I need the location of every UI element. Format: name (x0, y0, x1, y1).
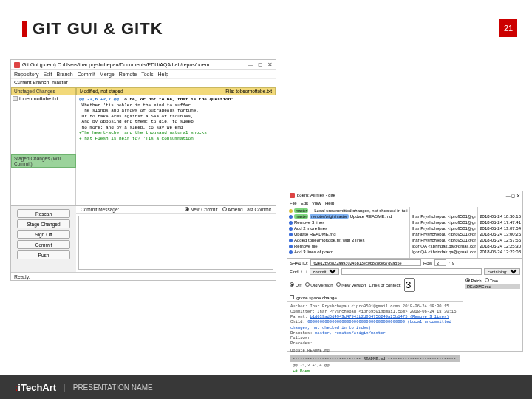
diff-view[interactable]: @@ -2,6 +2,7 @@ To be, or not to be, tha… (76, 95, 276, 205)
commit-row[interactable]: Added tobeornottobe.txt with 2 lines (289, 237, 408, 243)
footer-text: PRESENTATION NAME (73, 383, 153, 392)
commit-message-label: Commit Message: (81, 207, 119, 212)
new-radio[interactable] (336, 282, 341, 287)
minimize-icon[interactable]: — (506, 194, 511, 198)
current-branch-label: Current Branch: master (11, 79, 276, 87)
gitk-graph-column[interactable]: masterLocal uncommitted changes, not che… (287, 207, 410, 258)
diff-header-right: File: tobeornottobe.txt (225, 89, 272, 94)
menu-merge[interactable]: Merge (100, 72, 115, 77)
patch-radio-label: Patch (471, 279, 482, 283)
commit-msg: Update README.md (294, 232, 336, 236)
detail-parent-label: Parent: (290, 314, 307, 319)
menu-help[interactable]: Help (158, 72, 168, 77)
amend-label: Amend Last Commit (228, 207, 271, 212)
row-total: 9 (452, 261, 454, 265)
file-icon (13, 96, 18, 101)
detail-parent-link[interactable]: b1d639ad5d4943d47941b2d054756249a25b1475… (310, 314, 449, 319)
unstaged-file-row[interactable]: tobeornottobe.txt (13, 96, 74, 101)
find-type-select[interactable]: containing: (484, 268, 520, 275)
tree-radio-label: Tree (490, 279, 498, 283)
commit-msg: Remove 3 lines (294, 220, 324, 225)
menu-edit[interactable]: Edit (301, 201, 308, 205)
old-radio[interactable] (305, 282, 310, 287)
menu-help[interactable]: Help (325, 201, 334, 205)
commit-dot-icon (289, 209, 293, 213)
author-cell: Ihar Pryshchepau <ipro9501@gmail… (412, 231, 476, 237)
sha-label: SHA1 ID: (290, 261, 308, 265)
author-cell: Ihar Pryshchepau <ipro9501@gmail… (412, 237, 476, 243)
ref-tag: remotes/origin/master (310, 214, 348, 219)
patch-radio[interactable] (466, 278, 470, 282)
close-icon[interactable]: ✕ (516, 194, 520, 198)
patch-hunk: @@ -1,3 +1,4 @@ (293, 363, 457, 368)
sha-input[interactable] (310, 259, 421, 266)
staged-list[interactable] (11, 168, 76, 205)
footer-logo: :iTechArt (15, 382, 56, 393)
lines-context-input[interactable] (404, 278, 415, 292)
menu-edit[interactable]: Edit (43, 72, 52, 77)
sign-off-button[interactable]: Sign Off (17, 230, 70, 239)
new-radio-label: New version (341, 283, 366, 287)
commit-msg: Update README.md (350, 214, 392, 219)
tree-radio[interactable] (485, 278, 489, 282)
menu-file[interactable]: File (290, 201, 297, 205)
amend-radio[interactable] (222, 207, 227, 211)
ignore-space-label: Ignore space change (296, 296, 337, 300)
row-input[interactable] (434, 259, 446, 266)
menu-repository[interactable]: Repository (14, 72, 38, 77)
gitk-date-column: 2018-06-24 18:30:15 2018-06-24 17:47:41 … (478, 207, 522, 258)
find-prev-icon[interactable]: ↑ (301, 270, 303, 274)
patch-file[interactable]: README.md (466, 284, 520, 289)
gitk-window: poem: All files - gitk — ◻ ✕ File Edit V… (287, 191, 523, 352)
menu-tools[interactable]: Tools (141, 72, 153, 77)
commit-row[interactable]: Add 3 lines of poem (289, 249, 408, 255)
author-cell: Ihar Pryshchepau <ipro9501@gmail… (412, 225, 476, 231)
close-icon[interactable]: ✕ (267, 61, 273, 68)
find-next-icon[interactable]: ↓ (305, 270, 307, 274)
gitgui-window-title: Git Gui (poem) C:/Users/ihar.pryshchepau… (22, 62, 209, 67)
find-input[interactable] (341, 268, 482, 275)
commit-button[interactable]: Commit (17, 240, 70, 249)
diff-file-header: ---------------------------- README.md -… (290, 355, 460, 362)
push-button[interactable]: Push (17, 250, 70, 259)
ignore-space-checkbox[interactable] (290, 295, 294, 299)
commit-row[interactable]: masterremotes/origin/masterUpdate README… (289, 214, 408, 219)
menu-view[interactable]: View (312, 201, 321, 205)
diff-line-added: +That Flesh is heir to? 'Tis a consummat… (79, 136, 194, 141)
maximize-icon[interactable]: ◻ (511, 194, 515, 198)
rescan-button[interactable]: Rescan (17, 209, 70, 218)
commit-row[interactable]: masterLocal uncommitted changes, not che… (289, 208, 408, 214)
diff-line: And by opposing end them: to die, to sle… (79, 119, 194, 124)
minimize-icon[interactable]: — (248, 61, 253, 68)
gitk-title-bar[interactable]: poem: All files - gitk — ◻ ✕ (287, 191, 522, 200)
page-number-badge: 21 (499, 19, 517, 37)
maximize-icon[interactable]: ◻ (258, 61, 263, 68)
detail-committer: Committer: Ihar Pryshchepau <ipro9501@gm… (290, 309, 456, 314)
diff-line-added: +The heart-ache, and the thousand natura… (79, 130, 207, 135)
staged-header: Staged Changes (Will Commit) (11, 154, 76, 168)
commit-row[interactable]: Remove file (289, 243, 408, 249)
row-label: Row (423, 261, 432, 265)
detail-child-link[interactable]: 0000000000000000000000000000000000000000… (290, 319, 451, 330)
diff-radio[interactable] (290, 282, 294, 287)
menu-commit[interactable]: Commit (78, 72, 95, 77)
detail-branch-link[interactable]: master, remotes/origin/master (315, 330, 386, 335)
menu-branch[interactable]: Branch (57, 72, 73, 77)
commit-row[interactable]: Update README.md (289, 231, 408, 237)
commit-row[interactable]: Add 2 more lines (289, 225, 408, 231)
new-commit-radio[interactable] (185, 207, 189, 211)
stage-changed-button[interactable]: Stage Changed (17, 219, 70, 228)
ref-tag: master (294, 214, 308, 219)
detail-follows: Follows: (290, 335, 310, 341)
gitgui-title-bar[interactable]: Git Gui (poem) C:/Users/ihar.pryshchepau… (11, 60, 276, 70)
commit-message-input[interactable] (78, 216, 273, 270)
commit-dot-icon (289, 221, 293, 225)
commit-detail[interactable]: Author: Ihar Pryshchepau <ipro9501@gmail… (287, 302, 463, 381)
commit-row[interactable]: Remove 3 lines (289, 219, 408, 225)
diff-line: Or to take Arms against a Sea of trouble… (79, 114, 194, 119)
find-scope-select[interactable]: commit (310, 268, 339, 275)
menu-remote[interactable]: Remote (119, 72, 137, 77)
detail-child-label: Child: (290, 319, 305, 324)
lines-context-label: Lines of context: (369, 283, 401, 287)
unstaged-list[interactable]: tobeornottobe.txt (11, 95, 76, 154)
